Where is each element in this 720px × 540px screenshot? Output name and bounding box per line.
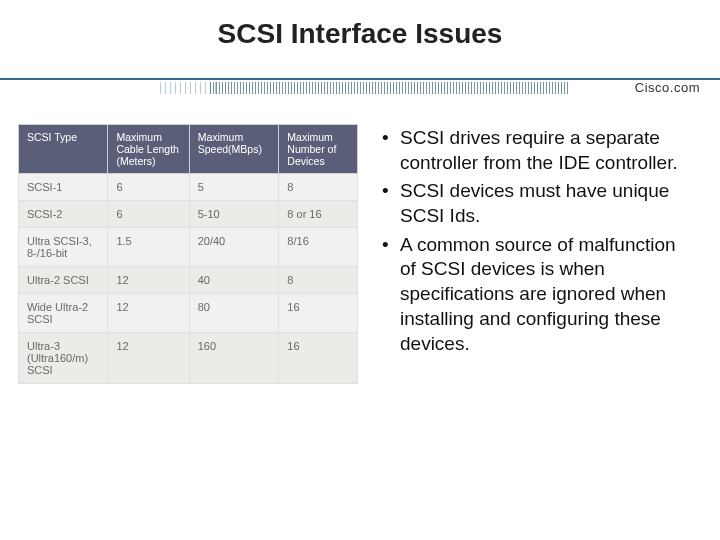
content-area: SCSI Type Maximum Cable Length (Meters) … [0, 106, 720, 384]
page-title: SCSI Interface Issues [0, 0, 720, 76]
cell-cable: 12 [108, 294, 189, 333]
cell-devices: 8/16 [279, 228, 358, 267]
table-row: Ultra SCSI-3, 8-/16-bit 1.5 20/40 8/16 [19, 228, 358, 267]
cell-speed: 160 [189, 333, 279, 384]
bullet-list: SCSI drives require a separate controlle… [378, 124, 702, 384]
cell-type: SCSI-2 [19, 201, 108, 228]
cell-devices: 8 or 16 [279, 201, 358, 228]
col-header-speed: Maximum Speed(MBps) [189, 125, 279, 174]
divider-ticks [210, 82, 570, 94]
cell-speed: 5 [189, 174, 279, 201]
bullet-item: SCSI drives require a separate controlle… [378, 126, 696, 175]
cell-type: Ultra SCSI-3, 8-/16-bit [19, 228, 108, 267]
bullet-item: SCSI devices must have unique SCSI Ids. [378, 179, 696, 228]
scsi-table-wrap: SCSI Type Maximum Cable Length (Meters) … [18, 124, 358, 384]
bullet-item: A common source of malfunction of SCSI d… [378, 233, 696, 356]
cell-devices: 16 [279, 294, 358, 333]
cell-devices: 16 [279, 333, 358, 384]
table-row: SCSI-2 6 5-10 8 or 16 [19, 201, 358, 228]
cell-speed: 40 [189, 267, 279, 294]
table-row: Ultra-3 (Ultra160/m) SCSI 12 160 16 [19, 333, 358, 384]
divider-line [0, 78, 720, 80]
cell-cable: 6 [108, 201, 189, 228]
table-row: Ultra-2 SCSI 12 40 8 [19, 267, 358, 294]
table-header-row: SCSI Type Maximum Cable Length (Meters) … [19, 125, 358, 174]
cell-type: SCSI-1 [19, 174, 108, 201]
cell-cable: 6 [108, 174, 189, 201]
col-header-type: SCSI Type [19, 125, 108, 174]
cell-speed: 20/40 [189, 228, 279, 267]
cell-devices: 8 [279, 174, 358, 201]
brand-label: Cisco.com [635, 80, 700, 95]
cell-cable: 12 [108, 333, 189, 384]
table-row: Wide Ultra-2 SCSI 12 80 16 [19, 294, 358, 333]
cell-type: Ultra-3 (Ultra160/m) SCSI [19, 333, 108, 384]
table-body: SCSI-1 6 5 8 SCSI-2 6 5-10 8 or 16 Ultra… [19, 174, 358, 384]
col-header-cable: Maximum Cable Length (Meters) [108, 125, 189, 174]
table-row: SCSI-1 6 5 8 [19, 174, 358, 201]
cell-devices: 8 [279, 267, 358, 294]
cell-type: Wide Ultra-2 SCSI [19, 294, 108, 333]
cell-cable: 1.5 [108, 228, 189, 267]
cell-cable: 12 [108, 267, 189, 294]
cell-speed: 5-10 [189, 201, 279, 228]
cell-type: Ultra-2 SCSI [19, 267, 108, 294]
divider-band: Cisco.com [0, 76, 720, 106]
scsi-table: SCSI Type Maximum Cable Length (Meters) … [18, 124, 358, 384]
cell-speed: 80 [189, 294, 279, 333]
col-header-devices: Maximum Number of Devices [279, 125, 358, 174]
